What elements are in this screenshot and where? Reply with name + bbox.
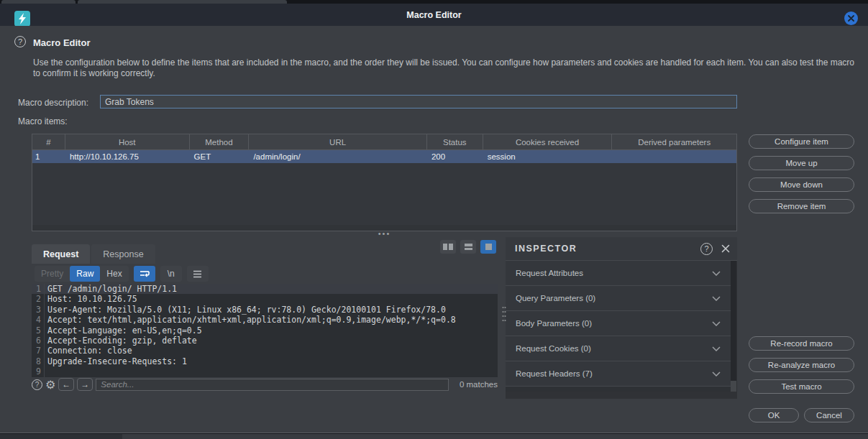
remove-item-button[interactable]: Remove item xyxy=(749,199,854,213)
cell-host: http://10.10.126.75 xyxy=(65,150,190,163)
macro-description-label: Macro description: xyxy=(18,98,88,108)
editor-toolbar: Pretty Raw Hex \n xyxy=(35,266,209,282)
cell-url: /admin/login/ xyxy=(249,150,426,163)
search-match-count: 0 matches xyxy=(452,380,498,389)
message-editor-panel: Request Response Pretty Raw Hex xyxy=(32,240,498,392)
macro-items-table: # Host Method URL Status Cookies receive… xyxy=(32,134,737,231)
section-body-parameters[interactable]: Body Parameters (0) xyxy=(506,311,731,336)
column-header-host[interactable]: Host xyxy=(65,134,190,149)
search-settings-gear-icon[interactable]: ⚙ xyxy=(45,378,55,392)
column-header-method[interactable]: Method xyxy=(190,134,250,149)
chevron-down-icon xyxy=(712,371,721,376)
search-help-icon[interactable]: ? xyxy=(32,379,42,390)
inspector-header: INSPECTOR ? xyxy=(506,237,737,261)
section-request-headers[interactable]: Request Headers (7) xyxy=(506,361,731,387)
ok-button[interactable]: OK xyxy=(749,408,799,422)
chevron-down-icon xyxy=(712,296,721,301)
code-line: 4Accept: text/html,application/xhtml+xml… xyxy=(32,315,498,325)
dialog-titlebar[interactable]: Macro Editor xyxy=(0,4,868,26)
section-request-cookies[interactable]: Request Cookies (0) xyxy=(506,336,731,361)
move-up-button[interactable]: Move up xyxy=(749,156,854,170)
word-wrap-button[interactable] xyxy=(134,266,155,282)
single-layout-icon xyxy=(485,244,492,250)
macro-items-label: Macro items: xyxy=(18,116,68,126)
inspector-title: INSPECTOR xyxy=(515,244,577,254)
columns-layout-icon xyxy=(449,244,453,250)
search-next-button[interactable]: → xyxy=(77,378,93,391)
columns-layout-icon xyxy=(443,244,447,250)
code-line: 8Upgrade-Insecure-Requests: 1 xyxy=(32,356,498,366)
column-header-num[interactable]: # xyxy=(32,134,65,149)
request-editor[interactable]: 1GET /admin/login/ HTTP/1.1 2Host: 10.10… xyxy=(32,284,498,377)
tab-response[interactable]: Response xyxy=(91,244,155,264)
editor-tabs: Request Response xyxy=(32,244,155,264)
view-mode-group: Pretty Raw Hex xyxy=(35,266,129,282)
code-line: 6Accept-Encoding: gzip, deflate xyxy=(32,336,498,346)
page-title: Macro Editor xyxy=(33,37,90,48)
word-wrap-icon xyxy=(140,269,150,278)
code-line: 2Host: 10.10.126.75 xyxy=(32,294,498,304)
inspector-help-icon[interactable]: ? xyxy=(700,243,713,255)
section-query-parameters[interactable]: Query Parameters (0) xyxy=(506,286,731,311)
search-input[interactable] xyxy=(96,379,449,391)
inspector-panel: INSPECTOR ? Request Attributes Query Par… xyxy=(506,237,737,399)
move-down-button[interactable]: Move down xyxy=(749,177,854,192)
layout-columns-button[interactable] xyxy=(440,240,456,254)
column-header-cookies[interactable]: Cookies received xyxy=(483,134,613,149)
page-description: Use the configuration below to define th… xyxy=(33,57,859,79)
hex-view-button[interactable]: Hex xyxy=(100,266,128,282)
table-header-row: # Host Method URL Status Cookies receive… xyxy=(32,134,736,150)
code-line: 5Accept-Language: en-US,en;q=0.5 xyxy=(32,325,498,336)
editor-search-bar: ? ⚙ ← → 0 matches xyxy=(32,377,498,392)
background-window-strip xyxy=(0,434,122,439)
code-line: 3User-Agent: Mozilla/5.0 (X11; Linux x86… xyxy=(32,305,498,315)
test-macro-button[interactable]: Test macro xyxy=(749,379,854,394)
cell-method: GET xyxy=(190,150,250,163)
cell-derived xyxy=(612,150,736,163)
code-line: 1GET /admin/login/ HTTP/1.1 xyxy=(32,284,498,294)
column-header-url[interactable]: URL xyxy=(249,134,427,149)
chevron-down-icon xyxy=(712,271,721,276)
configure-item-button[interactable]: Configure item xyxy=(749,134,854,149)
help-icon[interactable]: ? xyxy=(14,36,26,47)
show-newlines-button[interactable]: \n xyxy=(160,266,182,282)
background-window-strip xyxy=(0,434,868,439)
macro-editor-window: Macro Editor ? Macro Editor Use the conf… xyxy=(0,0,868,439)
layout-rows-button[interactable] xyxy=(460,240,476,254)
pretty-view-button[interactable]: Pretty xyxy=(35,266,70,282)
cell-num: 1 xyxy=(32,150,65,163)
inspector-bottom-strip xyxy=(506,392,737,399)
chevron-down-icon xyxy=(712,346,721,351)
inspector-drag-handle[interactable] xyxy=(502,305,506,324)
close-window-button[interactable] xyxy=(844,11,858,25)
section-request-attributes[interactable]: Request Attributes xyxy=(506,261,731,286)
re-analyze-macro-button[interactable]: Re-analyze macro xyxy=(749,358,854,372)
layout-single-button[interactable] xyxy=(480,240,496,254)
code-line: 7Connection: close xyxy=(32,346,498,356)
inspector-sections: Request Attributes Query Parameters (0) … xyxy=(506,261,731,392)
window-title: Macro Editor xyxy=(0,4,868,26)
tab-request[interactable]: Request xyxy=(32,244,90,264)
editor-menu-button[interactable] xyxy=(187,266,209,282)
editor-layout-buttons xyxy=(440,240,496,254)
rows-layout-icon xyxy=(465,244,472,250)
inspector-close-icon[interactable] xyxy=(721,244,730,253)
column-header-status[interactable]: Status xyxy=(427,134,483,149)
inspector-scrollbar-track[interactable] xyxy=(731,261,736,392)
table-row-selected[interactable]: 1 http://10.10.126.75 GET /admin/login/ … xyxy=(32,150,736,163)
macro-description-input[interactable] xyxy=(100,95,737,108)
cancel-button[interactable]: Cancel xyxy=(804,408,854,422)
cell-cookies: session xyxy=(483,150,613,163)
cell-status: 200 xyxy=(427,150,483,163)
hamburger-menu-icon xyxy=(193,270,202,278)
chevron-down-icon xyxy=(712,321,721,326)
raw-view-button[interactable]: Raw xyxy=(70,266,100,282)
inspector-scrollbar-thumb[interactable] xyxy=(731,261,736,381)
panel-splitter-handle[interactable]: ••• xyxy=(32,230,737,237)
search-previous-button[interactable]: ← xyxy=(58,378,74,391)
burp-lightning-icon xyxy=(14,11,30,27)
code-line: 9 xyxy=(32,366,498,376)
column-header-derived[interactable]: Derived parameters xyxy=(612,134,736,149)
re-record-macro-button[interactable]: Re-record macro xyxy=(749,336,854,351)
